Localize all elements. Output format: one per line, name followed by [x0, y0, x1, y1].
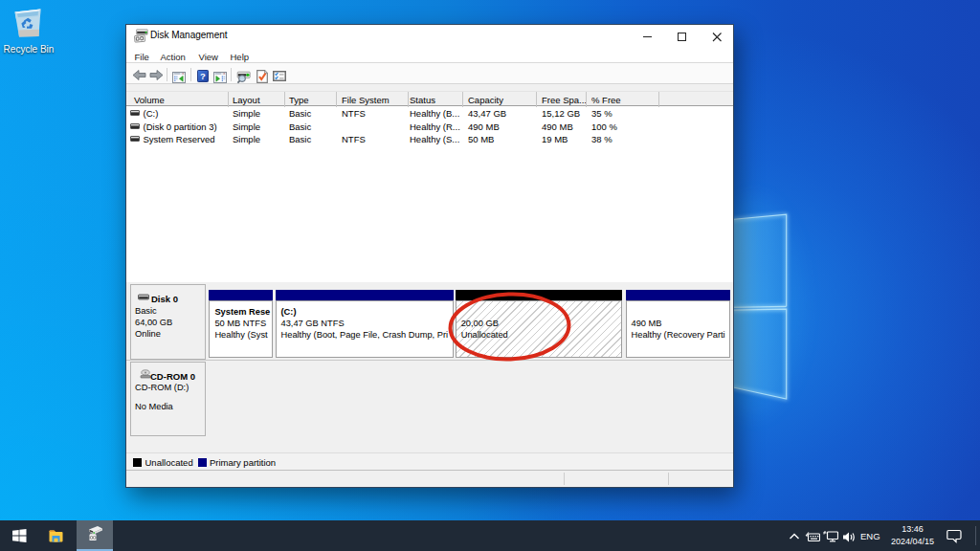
svg-text:?: ? — [200, 71, 206, 81]
